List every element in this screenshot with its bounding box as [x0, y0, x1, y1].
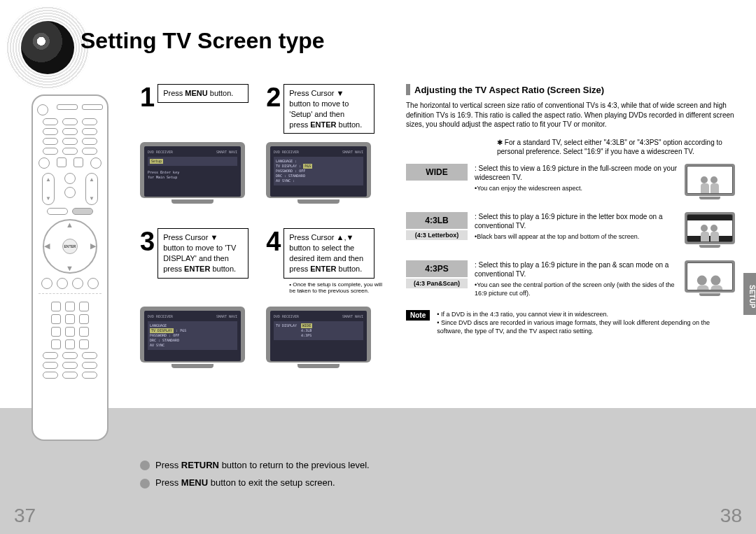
option-43ps: 4:3PS(4:3 Pan&Scan) : Select this to pla… [406, 260, 735, 297]
step-note: • Once the setup is complete, you will b… [284, 281, 385, 294]
thumb-panscan [685, 260, 735, 296]
step-3: 3 Press Cursor ▼button to move to 'TVDIS… [140, 228, 248, 297]
enter-button: ENTER [62, 239, 78, 254]
option-badge: 4:3PS [406, 260, 468, 277]
step-1: 1 Press MENU button. [140, 84, 248, 134]
step-text: Press Cursor ▼button to move to 'TVDISPL… [158, 228, 248, 278]
option-43lb: 4:3LB(4:3 Letterbox) : Select this to pl… [406, 212, 735, 248]
footer-band [0, 408, 756, 534]
thumb-wide [685, 164, 735, 199]
dpad: ▲▼◀▶ ENTER [43, 219, 97, 274]
step-number: 3 [140, 228, 155, 255]
option-badge: WIDE [406, 164, 468, 181]
page-number-right: 38 [720, 505, 742, 527]
bullet-icon [140, 479, 150, 489]
page-number-left: 37 [14, 505, 36, 527]
aspect-ratio-section: Adjusting the TV Aspect Ratio (Screen Si… [406, 84, 735, 335]
osd-screenshot-2: DVD RECEIVERSMART NAVI LANGUAGE : TV DIS… [266, 142, 371, 216]
option-sublabel: (4:3 Pan&Scan) [406, 279, 468, 288]
step-4: 4 Press Cursor ▲,▼button to select thede… [266, 228, 385, 297]
option-badge: 4:3LB [406, 212, 468, 229]
osd-screenshot-4: DVD RECEIVERSMART NAVI TV DISPLAY WIDE 4… [266, 307, 371, 380]
section-intro: The horizontal to vertical screen size r… [406, 101, 735, 129]
step-text: Press Cursor ▲,▼button to select thedesi… [284, 228, 374, 278]
footer-tips: Press RETURN button to return to the pre… [140, 453, 370, 496]
manual-spread: 37 38 SETUP Setting TV Screen type ▲▼◀▶ … [0, 0, 756, 534]
step-2: 2 Press Cursor ▼button to move to'Setup'… [266, 84, 374, 134]
step-number: 2 [266, 84, 281, 111]
osd-screenshot-3: DVD RECEIVERSMART NAVI LANGUAGE TV DISPL… [140, 307, 245, 380]
note-badge: Note [406, 310, 430, 321]
step-text: Press MENU button. [158, 84, 248, 103]
tuning-rocker [42, 173, 55, 205]
steps-column: 1 Press MENU button. 2 Press Cursor ▼but… [140, 84, 385, 393]
section-tab-setup: SETUP [743, 273, 756, 315]
section-heading: Adjusting the TV Aspect Ratio (Screen Si… [406, 84, 735, 95]
step-number: 1 [140, 84, 155, 111]
remote-control-illustration: ▲▼◀▶ ENTER [31, 94, 108, 441]
thumb-letterbox [685, 212, 735, 248]
preference-note: ✱ For a standard TV, select either "4:3L… [497, 138, 735, 157]
option-sublabel: (4:3 Letterbox) [406, 230, 468, 240]
page-title: Setting TV Screen type [80, 28, 325, 54]
bullet-icon [140, 461, 150, 470]
volume-rocker [85, 173, 98, 205]
step-number: 4 [266, 228, 281, 255]
speaker-graphic [6, 6, 90, 90]
option-wide: WIDE : Select this to view a 16:9 pictur… [406, 164, 735, 199]
step-text: Press Cursor ▼button to move to'Setup' a… [284, 84, 374, 134]
osd-screenshot-1: DVD RECEIVERSMART NAVI Setup Press Enter… [140, 142, 245, 216]
note-block: Note • If a DVD is in the 4:3 ratio, you… [406, 310, 735, 335]
